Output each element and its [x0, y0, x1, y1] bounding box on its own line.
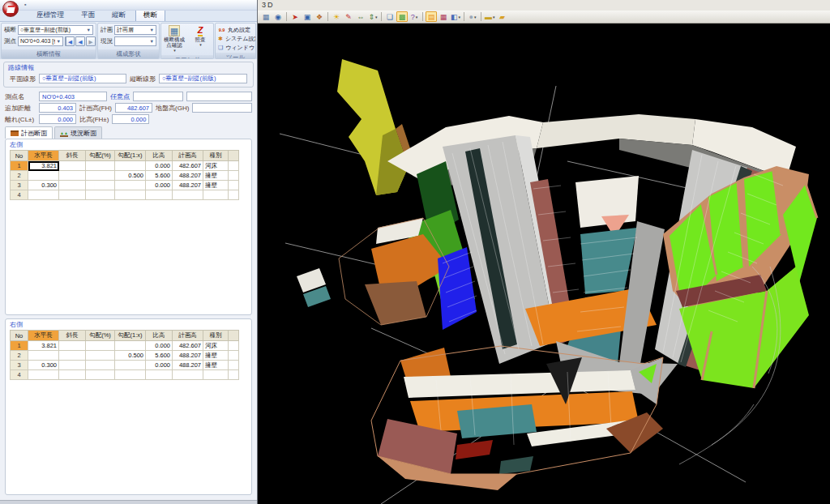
tab-judan[interactable]: 縦断: [105, 10, 133, 21]
table-cell[interactable]: 482.607: [173, 341, 203, 351]
relative-height-field[interactable]: 0.000: [112, 114, 149, 124]
table-cell[interactable]: [229, 361, 239, 370]
table-cell[interactable]: 488.207: [173, 181, 203, 190]
table-cell[interactable]: [229, 370, 239, 380]
table-cell[interactable]: [86, 341, 115, 351]
table-cell[interactable]: [115, 341, 146, 351]
move-point-icon[interactable]: ➤: [289, 11, 301, 22]
table-cell[interactable]: 擁壁: [203, 351, 229, 361]
table-cell[interactable]: [86, 161, 115, 171]
table-cell[interactable]: [115, 190, 146, 200]
column-header[interactable]: 水平長: [28, 331, 59, 341]
row-number-cell[interactable]: 2: [11, 171, 28, 181]
table-cell[interactable]: [59, 181, 86, 190]
column-header[interactable]: 比高: [146, 151, 173, 161]
row-number-cell[interactable]: 4: [11, 190, 28, 200]
tab-plan-section[interactable]: 計画断面: [5, 126, 53, 139]
column-header[interactable]: 種別: [203, 151, 229, 161]
app-icon[interactable]: [2, 1, 19, 17]
table-cell[interactable]: 擁壁: [203, 361, 229, 370]
table-cell[interactable]: 擁壁: [203, 181, 229, 190]
table-cell[interactable]: 河床: [203, 341, 229, 351]
shade-icon[interactable]: ▤: [426, 11, 437, 22]
plan-alignment-field[interactable]: ○垂直壁~副提(前版): [39, 74, 126, 83]
prev-station-button[interactable]: ◀: [75, 36, 85, 46]
table-cell[interactable]: [28, 190, 59, 200]
table-cell[interactable]: [59, 341, 86, 351]
arbitrary-point-field-2[interactable]: [186, 92, 252, 101]
table-cell[interactable]: [115, 181, 146, 190]
table-cell[interactable]: [86, 370, 115, 380]
current-layer-select[interactable]: ▼: [114, 36, 156, 46]
table-cell[interactable]: 3.821: [28, 161, 59, 171]
measure-width-icon[interactable]: ⇔: [355, 11, 366, 22]
light-icon[interactable]: ☀: [331, 11, 342, 22]
column-header[interactable]: No: [11, 151, 28, 161]
table-cell[interactable]: [86, 171, 115, 181]
palette-icon[interactable]: ❖: [314, 11, 325, 22]
table-cell[interactable]: [59, 351, 86, 361]
table-cell[interactable]: [229, 181, 239, 190]
table-cell[interactable]: 0.000: [146, 341, 173, 351]
table-cell[interactable]: 5.600: [146, 351, 173, 361]
column-header[interactable]: 勾配(1:x): [115, 331, 146, 341]
measure-height-icon[interactable]: ⇕▾: [367, 11, 379, 22]
column-header[interactable]: 勾配(%): [86, 151, 115, 161]
table-cell[interactable]: [59, 161, 86, 171]
table-cell[interactable]: 0.000: [146, 361, 173, 370]
next-station-button[interactable]: ▶: [86, 36, 96, 46]
table-cell[interactable]: 0.300: [28, 181, 59, 190]
table-cell[interactable]: 河床: [203, 161, 229, 171]
table-cell[interactable]: [229, 341, 239, 351]
window-menu-button[interactable]: ❏ ウィンドウ ▾: [218, 43, 253, 52]
row-number-cell[interactable]: 4: [11, 370, 28, 380]
added-distance-field[interactable]: 0.403: [39, 103, 76, 113]
table-cell[interactable]: [229, 351, 239, 361]
arbitrary-point-field[interactable]: [133, 92, 183, 101]
zoom-icon[interactable]: ◉: [272, 11, 284, 22]
table-cell[interactable]: 488.207: [173, 351, 203, 361]
column-header[interactable]: 計画高: [173, 151, 203, 161]
table-cell[interactable]: 5.600: [146, 171, 173, 181]
ruler-icon[interactable]: ▬▾: [484, 11, 496, 22]
sphere-icon[interactable]: ●▾: [467, 11, 478, 22]
row-number-cell[interactable]: 1: [11, 341, 28, 351]
help-icon[interactable]: ?▾: [409, 11, 420, 22]
paint-icon[interactable]: ✎: [343, 11, 354, 22]
column-header[interactable]: 斜長: [59, 151, 86, 161]
texture-icon[interactable]: ▩: [396, 11, 408, 22]
tab-zahyokanri[interactable]: 座標管理: [29, 10, 71, 21]
table-cell[interactable]: [86, 361, 115, 370]
system-settings-button[interactable]: ✱ システム設定: [218, 34, 253, 43]
rounding-settings-button[interactable]: 9.9 丸め設定: [218, 25, 253, 34]
table-cell[interactable]: 3.821: [28, 341, 59, 351]
table-cell[interactable]: 擁壁: [203, 171, 229, 181]
snapshot-icon[interactable]: ▰: [497, 11, 508, 22]
station-select[interactable]: NO'0+0.403 [任 ▼: [18, 36, 63, 46]
table-cell[interactable]: [229, 190, 239, 200]
table-cell[interactable]: [86, 351, 115, 361]
window-icon[interactable]: ❏: [384, 11, 396, 22]
column-header[interactable]: 勾配(%): [86, 331, 115, 341]
table-cell[interactable]: 0.000: [146, 161, 173, 171]
quick-access-icon[interactable]: ▪: [24, 2, 26, 7]
save-view-icon[interactable]: ▣: [302, 11, 313, 22]
table-cell[interactable]: [146, 370, 173, 380]
table-cell[interactable]: 482.607: [173, 161, 203, 171]
profile-alignment-field[interactable]: ○垂直壁~副提(前版): [159, 74, 247, 83]
table-cell[interactable]: [229, 171, 239, 181]
table-cell[interactable]: 0.500: [115, 351, 146, 361]
table-cell[interactable]: [203, 190, 229, 200]
table-cell[interactable]: 0.000: [146, 181, 173, 190]
table-cell[interactable]: 0.500: [115, 171, 146, 181]
3d-model-canvas[interactable]: [258, 23, 830, 504]
station-name-field[interactable]: NO'0+0.403: [39, 92, 107, 101]
table-cell[interactable]: [59, 370, 86, 380]
offset-field[interactable]: 0.000: [39, 114, 76, 124]
tab-oudan[interactable]: 横断: [135, 9, 165, 21]
table-cell[interactable]: [115, 361, 146, 370]
cube-icon[interactable]: ◧▾: [450, 11, 461, 22]
table-cell[interactable]: [146, 190, 173, 200]
table-cell[interactable]: [28, 171, 59, 181]
table-cell[interactable]: [86, 190, 115, 200]
